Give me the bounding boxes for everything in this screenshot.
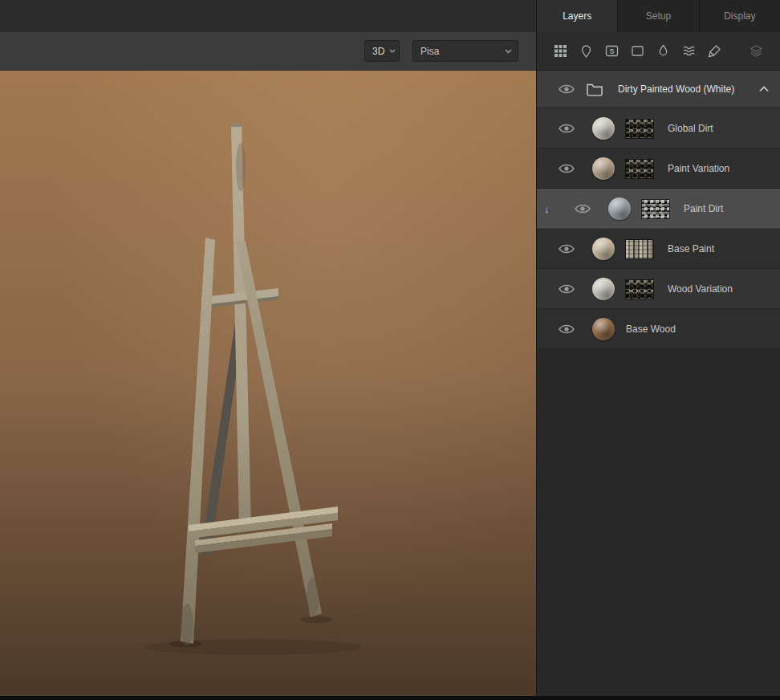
bottom-edge [0, 696, 780, 700]
layer-label: Base Wood [626, 324, 676, 335]
eye-icon[interactable] [559, 163, 575, 174]
easel-3d-model [0, 71, 536, 700]
solid-layer-icon[interactable] [579, 43, 594, 59]
layer-label: Global Dirt [668, 123, 713, 134]
eye-icon[interactable] [559, 324, 575, 335]
folder-icon [586, 82, 603, 96]
mask-thumbnail[interactable] [626, 280, 653, 299]
paint-layer-icon[interactable] [707, 43, 722, 59]
material-sphere-thumbnail[interactable] [608, 197, 631, 220]
environment-value: Pisa [413, 46, 444, 57]
chevron-down-icon [505, 49, 512, 54]
tab-display[interactable]: Display [700, 0, 780, 32]
layer-list: ↓ Global Dirt ↓ Paint Variation ↓ Paint … [537, 108, 780, 349]
mask-thumbnail[interactable] [626, 120, 653, 138]
fill-layer-icon[interactable] [630, 43, 645, 59]
layer-row-global-dirt[interactable]: ↓ Global Dirt [537, 108, 780, 149]
layer-row-base-wood[interactable]: ↓ Base Wood [537, 309, 780, 349]
layer-actions-toolbar: S [537, 32, 780, 71]
mask-thumbnail[interactable] [642, 200, 669, 218]
panel-tabbar: Layers Setup Display [537, 0, 780, 32]
3d-viewport[interactable] [0, 71, 536, 700]
drop-indicator: ↓ [544, 203, 550, 215]
top-bar [0, 0, 536, 32]
layer-row-paint-variation[interactable]: ↓ Paint Variation [537, 149, 780, 189]
mask-thumbnail[interactable] [626, 240, 653, 258]
material-sphere-thumbnail[interactable] [592, 117, 615, 140]
eye-icon[interactable] [559, 283, 575, 295]
eye-icon[interactable] [559, 123, 575, 134]
chevron-down-icon [389, 49, 396, 53]
chevron-up-icon[interactable] [759, 86, 769, 92]
material-sphere-thumbnail[interactable] [592, 157, 615, 180]
smart-material-icon[interactable]: S [604, 43, 620, 59]
smudge-layer-icon[interactable] [681, 43, 697, 59]
layer-group-header[interactable]: Dirty Painted Wood (White) [537, 71, 780, 108]
viewport-mode-dropdown[interactable]: 3D [364, 40, 400, 62]
layer-row-paint-dirt[interactable]: ↓ Paint Dirt [537, 189, 780, 229]
layer-row-base-paint[interactable]: ↓ Base Paint [537, 229, 780, 269]
eye-icon[interactable] [559, 83, 575, 95]
surface-layer-icon[interactable] [553, 43, 568, 59]
layer-label: Paint Variation [668, 163, 729, 174]
application-window: 3D Pisa [0, 0, 780, 700]
layer-row-wood-variation[interactable]: ↓ Wood Variation [537, 269, 780, 309]
material-sphere-thumbnail[interactable] [592, 238, 615, 260]
svg-text:S: S [609, 47, 614, 55]
layer-label: Wood Variation [668, 283, 733, 295]
environment-dropdown[interactable]: Pisa [412, 40, 518, 62]
viewport-toolbar: 3D Pisa [0, 32, 536, 71]
layer-group-title: Dirty Painted Wood (White) [618, 83, 734, 95]
mask-thumbnail[interactable] [626, 160, 653, 178]
material-sphere-thumbnail[interactable] [592, 278, 615, 300]
viewport-mode-value: 3D [365, 46, 389, 57]
tab-setup[interactable]: Setup [618, 0, 698, 32]
layer-label: Base Paint [668, 243, 714, 254]
liquid-layer-icon[interactable] [656, 43, 671, 59]
layer-stack-icon[interactable] [749, 43, 764, 59]
eye-icon[interactable] [575, 203, 591, 214]
tab-layers[interactable]: Layers [537, 0, 617, 32]
layers-panel: Layers Setup Display S [536, 0, 780, 700]
layer-label: Paint Dirt [684, 203, 723, 214]
eye-icon[interactable] [559, 243, 575, 254]
material-sphere-thumbnail[interactable] [592, 318, 615, 340]
